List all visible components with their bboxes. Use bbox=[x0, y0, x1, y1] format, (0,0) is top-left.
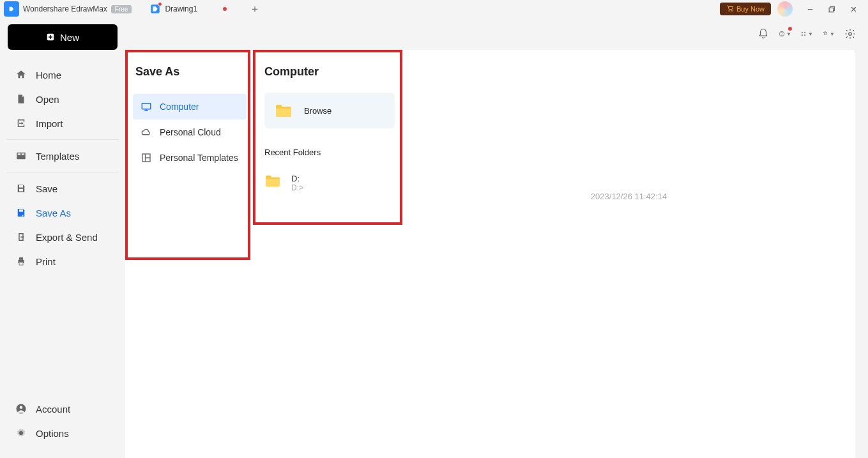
sidebar-item-label: Save As bbox=[36, 208, 71, 218]
print-icon bbox=[15, 256, 27, 267]
free-badge: Free bbox=[111, 5, 132, 13]
sidebar-item-label: Options bbox=[36, 428, 69, 439]
sidebar-item-label: Export & Send bbox=[36, 232, 98, 243]
apps-icon[interactable]: ▼ bbox=[800, 27, 813, 40]
timestamp-label: 2023/12/26 11:42:14 bbox=[591, 192, 667, 201]
browse-label: Browse bbox=[304, 106, 331, 116]
location-label: Personal Templates bbox=[160, 153, 238, 163]
buy-now-button[interactable]: Buy Now bbox=[720, 3, 771, 15]
svg-point-12 bbox=[802, 34, 803, 36]
svg-point-10 bbox=[802, 32, 803, 33]
cloud-icon bbox=[141, 126, 152, 138]
settings-icon[interactable] bbox=[844, 27, 857, 40]
add-tab-button[interactable]: ＋ bbox=[247, 1, 263, 17]
browse-button[interactable]: Browse bbox=[264, 93, 395, 128]
saveas-panel: Save As Computer Personal Cloud Personal… bbox=[125, 50, 253, 458]
sidebar-item-save-as[interactable]: Save As bbox=[6, 201, 119, 225]
chevron-down-icon: ▼ bbox=[830, 31, 835, 37]
svg-point-14 bbox=[849, 33, 852, 36]
new-button-label: New bbox=[60, 32, 79, 43]
unsaved-dot-icon bbox=[223, 7, 227, 11]
location-personal-templates[interactable]: Personal Templates bbox=[133, 145, 247, 171]
computer-title: Computer bbox=[264, 65, 395, 79]
svg-rect-18 bbox=[22, 153, 25, 155]
chevron-down-icon: ▼ bbox=[786, 31, 791, 37]
bell-icon[interactable] bbox=[757, 27, 770, 40]
layout-icon bbox=[141, 152, 152, 164]
svg-point-2 bbox=[731, 10, 733, 11]
svg-point-26 bbox=[20, 406, 23, 409]
location-computer[interactable]: Computer bbox=[133, 94, 247, 119]
sidebar-item-label: Import bbox=[36, 118, 63, 129]
title-bar: Wondershare EdrawMax Free Drawing1 ＋ Buy… bbox=[0, 0, 868, 18]
svg-rect-5 bbox=[829, 8, 834, 11]
svg-rect-21 bbox=[19, 210, 23, 212]
svg-point-11 bbox=[804, 32, 805, 33]
sidebar-item-label: Print bbox=[36, 256, 56, 267]
svg-rect-19 bbox=[19, 185, 23, 188]
account-icon bbox=[15, 403, 27, 415]
divider bbox=[6, 139, 119, 140]
divider bbox=[6, 172, 119, 172]
sidebar-item-templates[interactable]: Templates bbox=[6, 144, 119, 168]
computer-panel: Computer Browse Recent Folders D: D:> bbox=[253, 50, 402, 458]
svg-rect-27 bbox=[142, 103, 151, 109]
user-avatar[interactable] bbox=[777, 1, 793, 17]
monitor-icon bbox=[141, 101, 152, 112]
minimize-button[interactable] bbox=[803, 2, 817, 16]
save-icon bbox=[15, 183, 27, 194]
folder-icon bbox=[264, 174, 281, 188]
sidebar-item-home[interactable]: Home bbox=[6, 63, 119, 87]
sidebar: New Home Open Import Templates bbox=[0, 50, 125, 458]
chevron-down-icon: ▼ bbox=[808, 31, 813, 37]
sidebar-item-export[interactable]: Export & Send bbox=[6, 225, 119, 249]
maximize-button[interactable] bbox=[825, 2, 839, 16]
templates-icon bbox=[15, 150, 27, 162]
save-as-icon bbox=[15, 207, 27, 218]
sidebar-item-account[interactable]: Account bbox=[6, 397, 119, 421]
svg-point-13 bbox=[804, 34, 805, 36]
notification-dot-icon bbox=[788, 27, 792, 31]
svg-rect-17 bbox=[18, 153, 21, 155]
sidebar-item-label: Account bbox=[36, 404, 70, 415]
export-icon bbox=[15, 231, 27, 243]
notification-dot-icon bbox=[158, 2, 162, 6]
sidebar-item-print[interactable]: Print bbox=[6, 249, 119, 273]
location-personal-cloud[interactable]: Personal Cloud bbox=[133, 119, 247, 145]
sidebar-item-label: Home bbox=[36, 70, 61, 80]
recent-folder-name: D: bbox=[291, 174, 303, 183]
svg-point-1 bbox=[729, 10, 730, 11]
svg-rect-24 bbox=[19, 263, 23, 266]
sidebar-item-label: Save bbox=[36, 183, 57, 194]
sidebar-item-label: Open bbox=[36, 94, 59, 105]
recent-folder-item[interactable]: D: D:> bbox=[264, 171, 395, 195]
extension-icon[interactable]: ▼ bbox=[822, 27, 835, 40]
app-logo-icon bbox=[4, 1, 19, 17]
recent-folder-path: D:> bbox=[291, 183, 303, 192]
location-label: Personal Cloud bbox=[160, 127, 221, 137]
main-area: New Home Open Import Templates bbox=[0, 50, 868, 458]
app-name: Wondershare EdrawMax bbox=[23, 4, 107, 13]
tab-drawing1[interactable]: Drawing1 bbox=[143, 0, 240, 18]
svg-rect-20 bbox=[19, 189, 23, 192]
sidebar-item-open[interactable]: Open bbox=[6, 87, 119, 111]
sidebar-item-import[interactable]: Import bbox=[6, 111, 119, 135]
main-canvas: 2023/12/26 11:42:14 bbox=[402, 50, 855, 458]
home-icon bbox=[15, 69, 27, 80]
saveas-title: Save As bbox=[133, 65, 247, 79]
sidebar-item-options[interactable]: Options bbox=[6, 421, 119, 445]
subheader: ▼ ▼ ▼ bbox=[0, 18, 868, 50]
svg-rect-23 bbox=[19, 257, 23, 260]
gear-icon bbox=[15, 427, 27, 439]
location-label: Computer bbox=[160, 102, 199, 112]
new-button[interactable]: New bbox=[8, 24, 118, 50]
cart-icon bbox=[726, 4, 734, 13]
import-icon bbox=[15, 118, 27, 129]
help-icon[interactable]: ▼ bbox=[779, 27, 791, 40]
close-button[interactable] bbox=[846, 2, 860, 16]
tab-label: Drawing1 bbox=[165, 4, 197, 13]
sidebar-item-save[interactable]: Save bbox=[6, 176, 119, 201]
folder-icon bbox=[275, 103, 293, 118]
sidebar-item-label: Templates bbox=[36, 151, 79, 162]
svg-point-9 bbox=[782, 35, 782, 36]
